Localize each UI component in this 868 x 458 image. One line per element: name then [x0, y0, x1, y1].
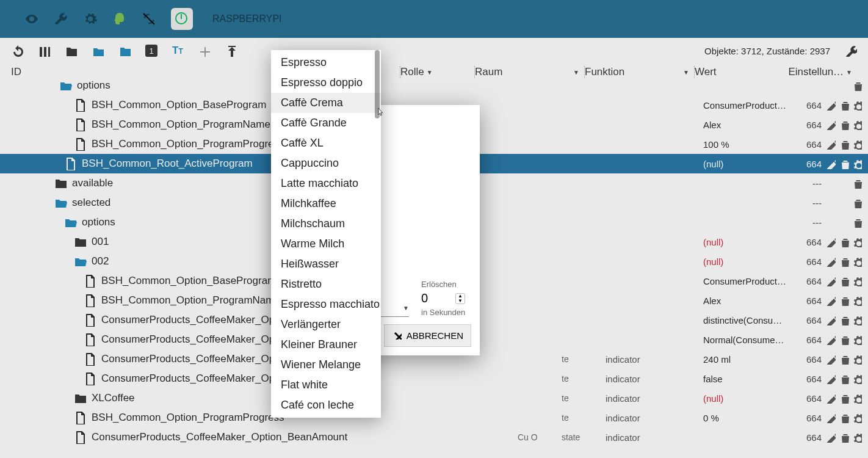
del-icon[interactable]	[838, 334, 848, 345]
gear-icon[interactable]	[852, 432, 862, 443]
del-icon[interactable]	[838, 373, 848, 384]
menu-item[interactable]: Latte macchiato	[271, 173, 381, 194]
edit-icon[interactable]	[825, 354, 836, 365]
gear-icon[interactable]	[852, 393, 862, 404]
value-cell: Alex	[703, 120, 795, 130]
menu-item[interactable]: Café con leche	[271, 395, 381, 415]
node-name: ConsumerProducts_CoffeeMaker_Optio	[101, 333, 286, 346]
gear-icon[interactable]	[83, 12, 98, 26]
edit-icon[interactable]	[825, 100, 836, 111]
folder-open-icon[interactable]	[92, 45, 104, 57]
menu-item[interactable]: Milchschaum	[271, 214, 381, 234]
folder-close-icon[interactable]	[65, 45, 77, 57]
folder-open2-icon[interactable]	[118, 45, 131, 57]
del-icon[interactable]	[838, 119, 848, 130]
profile-icon[interactable]	[112, 12, 127, 26]
tree-row[interactable]: ConsumerProducts_CoffeeMaker_Optio te in…	[0, 369, 868, 388]
edit-icon[interactable]	[825, 158, 836, 169]
program-dropdown[interactable]: EspressoEspresso doppioCaffè CremaCaffè …	[271, 50, 381, 418]
refresh-icon[interactable]	[11, 45, 23, 57]
menu-item[interactable]: Warme Milch	[271, 234, 381, 254]
upload-icon[interactable]	[225, 45, 237, 57]
tree-row[interactable]: BSH_Common_Option_ProgramProgress te ind…	[0, 408, 868, 427]
menu-item[interactable]: Caffè Grande	[271, 113, 381, 133]
menu-item[interactable]: Ristretto	[271, 274, 381, 294]
gear-icon[interactable]	[852, 334, 862, 345]
edit-icon[interactable]	[825, 393, 836, 404]
edit-icon[interactable]	[825, 412, 836, 423]
wrench-icon[interactable]	[54, 12, 68, 26]
del-icon[interactable]	[838, 412, 848, 423]
del-icon[interactable]	[851, 197, 862, 208]
menu-item[interactable]: Heißwasser	[271, 254, 381, 274]
del-icon[interactable]	[851, 80, 862, 91]
edit-icon[interactable]	[825, 334, 836, 345]
del-icon[interactable]	[851, 217, 862, 228]
gear-icon[interactable]	[852, 275, 862, 286]
eye-icon[interactable]	[24, 12, 39, 26]
add-icon[interactable]	[198, 45, 210, 57]
sync-off-icon[interactable]	[142, 12, 156, 26]
edit-icon[interactable]	[825, 139, 836, 150]
del-icon[interactable]	[838, 393, 848, 404]
menu-item[interactable]: Caffè Crema	[271, 93, 381, 113]
gear-icon[interactable]	[852, 236, 862, 247]
gear-icon[interactable]	[852, 119, 862, 130]
edit-icon[interactable]	[825, 275, 836, 286]
menu-item[interactable]: Espresso doppio	[271, 73, 381, 93]
del-icon[interactable]	[838, 275, 848, 286]
dropdown-scrollbar[interactable]	[375, 50, 380, 118]
edit-icon[interactable]	[825, 373, 836, 384]
gear-icon[interactable]	[852, 354, 862, 365]
edit-icon[interactable]	[825, 256, 836, 267]
text-size-icon[interactable]: TT	[172, 45, 183, 57]
menu-item[interactable]: Wiener Melange	[271, 355, 381, 375]
ack-cell: 664	[795, 237, 825, 247]
gear-icon[interactable]	[852, 412, 862, 423]
gear-icon[interactable]	[852, 314, 862, 325]
del-icon[interactable]	[838, 158, 848, 169]
gear-icon[interactable]	[852, 373, 862, 384]
del-icon[interactable]	[838, 256, 848, 267]
gear-icon[interactable]	[852, 100, 862, 111]
edit-icon[interactable]	[825, 314, 836, 325]
gear-icon[interactable]	[852, 158, 862, 169]
menu-item[interactable]: Flat white	[271, 375, 381, 395]
gear-icon[interactable]	[852, 256, 862, 267]
edit-icon[interactable]	[825, 295, 836, 306]
columns-icon[interactable]	[38, 45, 50, 57]
del-icon[interactable]	[838, 139, 848, 150]
del-icon[interactable]	[838, 236, 848, 247]
tree-row[interactable]: ConsumerProducts_CoffeeMaker_Option_Bean…	[0, 427, 868, 447]
del-icon[interactable]	[838, 100, 848, 111]
ack-cell: 664	[795, 432, 825, 443]
badge-1-icon[interactable]: 1	[145, 45, 157, 57]
settings-icon[interactable]	[845, 45, 857, 57]
gear-icon[interactable]	[852, 295, 862, 306]
menu-item[interactable]: Kleiner Brauner	[271, 335, 381, 355]
del-icon[interactable]	[838, 432, 848, 443]
menu-item[interactable]: Cappuccino	[271, 153, 381, 173]
del-icon[interactable]	[851, 178, 862, 189]
file-icon	[73, 118, 87, 131]
node-name: selected	[72, 197, 110, 209]
ack-cell: 664	[795, 296, 825, 306]
menu-item[interactable]: Caffè XL	[271, 133, 381, 153]
menu-item[interactable]: Espresso	[271, 53, 381, 73]
del-icon[interactable]	[838, 295, 848, 306]
tree-row[interactable]: options	[0, 76, 868, 95]
cancel-button[interactable]: ABBRECHEN	[384, 324, 471, 347]
edit-icon[interactable]	[825, 236, 836, 247]
edit-icon[interactable]	[825, 119, 836, 130]
tree-row[interactable]: XLCoffee te indicator (null) 664	[0, 388, 868, 408]
gear-icon[interactable]	[852, 139, 862, 150]
menu-item[interactable]: Verlängerter	[271, 314, 381, 335]
edit-icon[interactable]	[825, 432, 836, 443]
menu-item[interactable]: Milchkaffee	[271, 194, 381, 214]
toolbar: 1 TT Objekte: 3712, Zustände: 2937	[0, 38, 868, 57]
del-icon[interactable]	[838, 354, 848, 365]
erase-input[interactable]	[421, 291, 455, 305]
del-icon[interactable]	[838, 314, 848, 325]
spinner-buttons[interactable]: ▲▼	[455, 293, 465, 304]
menu-item[interactable]: Espresso macchiato	[271, 294, 381, 314]
